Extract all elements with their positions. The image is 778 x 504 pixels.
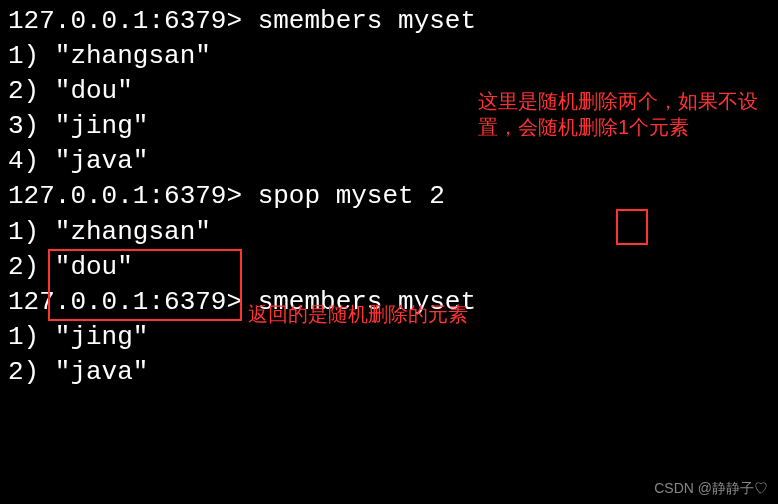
terminal-line-result: 1) "zhangsan" <box>8 215 770 250</box>
terminal-line-result: 1) "zhangsan" <box>8 39 770 74</box>
terminal-line-cmd-spop: 127.0.0.1:6379> spop myset 2 <box>8 179 770 214</box>
annotation-note: 这里是随机删除两个，如果不设置，会随机删除1个元素 <box>478 88 758 140</box>
terminal-line-result: 4) "java" <box>8 144 770 179</box>
highlight-box-results <box>48 249 242 321</box>
terminal-line-result: 2) "java" <box>8 355 770 390</box>
terminal-line-cmd-smembers: 127.0.0.1:6379> smembers myset <box>8 4 770 39</box>
highlight-box-argument <box>616 209 648 245</box>
terminal-output: 127.0.0.1:6379> smembers myset 1) "zhang… <box>8 4 770 390</box>
watermark: CSDN @静静子♡ <box>654 479 768 498</box>
annotation-note: 返回的是随机删除的元素 <box>248 301 548 327</box>
